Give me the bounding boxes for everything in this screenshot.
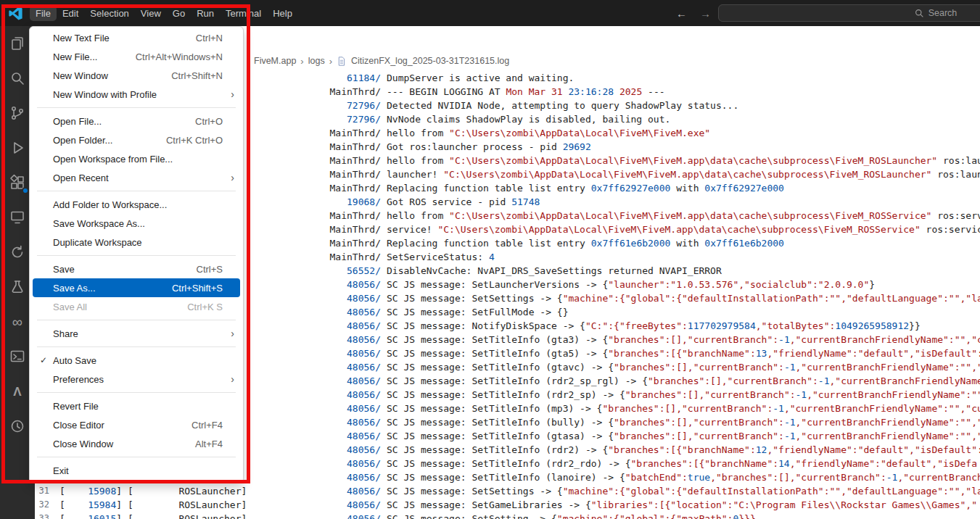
menu-item-duplicate-workspace[interactable]: Duplicate Workspace [33, 233, 240, 252]
thread-id: 48056/ [347, 498, 381, 512]
menu-item-keybinding: Ctrl+Shift+N [171, 70, 223, 81]
menu-item-label: Open File... [53, 116, 102, 127]
menubar-item-edit[interactable]: Edit [57, 6, 84, 21]
search-input[interactable]: Search [718, 4, 980, 22]
breadcrumb-separator-icon: › [329, 56, 332, 67]
sync-icon[interactable] [8, 243, 27, 262]
menu-item-keybinding: Ctrl+Alt+Windows+N [136, 51, 223, 62]
menu-item-close-window[interactable]: Close WindowAlt+F4 [33, 434, 240, 453]
files-icon[interactable] [8, 34, 27, 53]
menu-item-keybinding: Ctrl+F4 [192, 420, 223, 431]
beaker-icon[interactable] [8, 278, 27, 296]
log-message: Got ros:launcher process - pid 29692 [387, 141, 591, 152]
menu-item-auto-save[interactable]: ✓Auto Save [33, 351, 240, 370]
submenu-arrow-icon: › [223, 172, 234, 183]
search-icon[interactable] [8, 69, 27, 88]
menu-separator [37, 255, 236, 256]
menubar-item-view[interactable]: View [135, 6, 167, 21]
menu-item-label: Duplicate Workspace [53, 237, 142, 248]
menubar-item-run[interactable]: Run [191, 6, 220, 21]
remote-explorer-icon[interactable] [8, 208, 27, 227]
log-message: SC JS message: SetGameLibraries -> {"lib… [387, 499, 977, 510]
menu-item-add-folder-to-workspace[interactable]: Add Folder to Workspace... [33, 195, 240, 214]
infinity-icon[interactable]: ∞ [8, 312, 27, 331]
log-message: SetServiceStatus: 4 [387, 252, 495, 262]
menu-item-open-file[interactable]: Open File...Ctrl+O [33, 112, 240, 130]
search-icon [915, 9, 924, 18]
menu-item-revert-file[interactable]: Revert File [33, 396, 240, 415]
menu-item-exit[interactable]: Exit [33, 461, 240, 480]
thread-id: 48056/ [347, 429, 381, 443]
breadcrumb-segment-logs[interactable]: logs [308, 56, 325, 66]
breadcrumb-segment-citizenfx-log-2025-03-31t231615-log[interactable]: CitizenFX_log_2025-03-31T231615.log [351, 56, 509, 66]
menu-item-keybinding: Ctrl+N [196, 33, 223, 43]
menubar: FileEditSelectionViewGoRunTerminalHelp [30, 6, 298, 21]
thread-id: 48056/ [347, 402, 381, 415]
extensions-badge [22, 187, 29, 194]
back-arrow-icon[interactable]: ← [676, 7, 687, 20]
thread-id: 72796/ [347, 99, 381, 112]
menu-item-new-window[interactable]: New WindowCtrl+Shift+N [33, 66, 240, 85]
menu-item-keybinding: Ctrl+Shift+S [172, 283, 223, 294]
menu-item-label: Close Window [53, 439, 113, 449]
line-prefix-column: [ 15984] [ ROSLauncher]48056/ [59, 498, 381, 512]
menu-item-close-editor[interactable]: Close EditorCtrl+F4 [33, 415, 240, 434]
line-number: 31 [35, 484, 49, 498]
run-debug-icon[interactable] [8, 138, 27, 157]
thread-id: 48056/ [347, 512, 381, 519]
log-line: 32[ 15984] [ ROSLauncher]48056/SC JS mes… [35, 498, 980, 512]
menu-item-preferences[interactable]: Preferences› [33, 370, 240, 389]
log-message: SC JS message: SetTitleInfo (lanoire) ->… [387, 472, 980, 483]
line-prefix-column: [ 16015] [ ROSLauncher]48056/ [59, 512, 381, 519]
log-message: SC JS message: SetSetting -> {"machine":… [387, 513, 756, 519]
menu-item-keybinding: Ctrl+K S [187, 302, 223, 312]
breadcrumb-segment-fivem-app[interactable]: FiveM.app [254, 56, 296, 66]
menu-item-save-all[interactable]: Save AllCtrl+K S [33, 297, 240, 316]
log-message: SC JS message: SetTitleInfo (rdr2_sp_rgl… [387, 375, 980, 386]
menubar-item-help[interactable]: Help [267, 6, 298, 21]
log-message: SC JS message: SetSettings -> {"machine"… [387, 486, 980, 497]
submenu-arrow-icon: › [223, 88, 234, 100]
menu-item-save-workspace-as[interactable]: Save Workspace As... [33, 214, 240, 233]
menu-item-new-text-file[interactable]: New Text FileCtrl+N [33, 28, 240, 47]
menu-item-label: Exit [53, 465, 69, 476]
menu-item-new-window-with-profile[interactable]: New Window with Profile› [33, 85, 240, 104]
terminal-icon[interactable] [8, 347, 27, 366]
log-message: SC JS message: SetTitleInfo (bully) -> {… [387, 417, 980, 428]
thread-id: MainThrd/ [330, 167, 381, 181]
thread-id: 48056/ [347, 443, 381, 457]
menubar-item-go[interactable]: Go [167, 6, 191, 21]
menu-item-open-recent[interactable]: Open Recent› [33, 168, 240, 187]
line-prefix-column: [ 15908] [ ROSLauncher]48056/ [59, 484, 381, 498]
thread-id: 48056/ [347, 346, 381, 360]
menu-item-label: New Text File [53, 33, 110, 43]
menubar-item-selection[interactable]: Selection [84, 6, 134, 21]
menu-separator [37, 392, 236, 393]
menu-item-save[interactable]: SaveCtrl+S [33, 260, 240, 278]
log-message: launcher! "C:\Users\zombi\AppData\Local\… [387, 169, 980, 180]
log-message: service! "C:\Users\zombi\AppData\Local\F… [387, 224, 980, 235]
clock-icon[interactable] [8, 417, 27, 436]
menubar-item-file[interactable]: File [30, 6, 57, 21]
breadcrumb-separator-icon: › [300, 56, 303, 67]
menu-separator [37, 320, 236, 320]
menubar-item-terminal[interactable]: Terminal [220, 6, 267, 21]
thread-id: 72796/ [347, 112, 381, 126]
menu-item-save-as[interactable]: Save As...Ctrl+Shift+S [33, 278, 240, 297]
forward-arrow-icon[interactable]: → [700, 7, 711, 20]
log-file-icon [337, 57, 346, 66]
menu-item-keybinding: Ctrl+O [195, 116, 223, 127]
menu-item-open-workspace-from-file[interactable]: Open Workspace from File... [33, 149, 240, 168]
vscode-logo-icon [9, 7, 22, 20]
menu-item-open-folder[interactable]: Open Folder...Ctrl+K Ctrl+O [33, 130, 240, 149]
submenu-arrow-icon: › [223, 373, 234, 385]
submenu-arrow-icon: › [223, 328, 234, 339]
log-message: SC JS message: SetFullMode -> {} [387, 307, 568, 317]
lambda-icon[interactable]: Λ [8, 382, 27, 401]
title-bar: FileEditSelectionViewGoRunTerminalHelp ←… [0, 0, 980, 26]
menu-item-label: New Window with Profile [53, 89, 157, 100]
source-control-icon[interactable] [8, 104, 27, 123]
menu-item-new-file[interactable]: New File...Ctrl+Alt+Windows+N [33, 47, 240, 66]
extensions-icon[interactable] [8, 173, 27, 192]
menu-item-share[interactable]: Share› [33, 324, 240, 343]
